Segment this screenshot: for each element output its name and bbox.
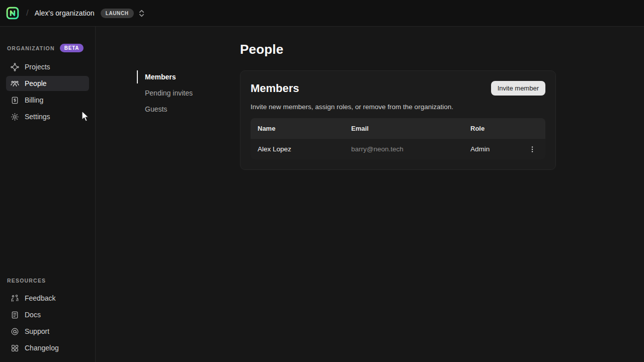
sidebar-item-label: Projects <box>25 63 50 71</box>
sidebar-item-docs[interactable]: Docs <box>6 307 89 322</box>
members-card-description: Invite new members, assign roles, or rem… <box>251 103 545 111</box>
members-card: Members Invite member Invite new members… <box>240 70 556 170</box>
org-switcher-button[interactable] <box>137 8 146 19</box>
members-card-title: Members <box>251 82 299 95</box>
people-subnav: Members Pending invites Guests <box>137 70 240 170</box>
main-content: People Members Pending invites Guests Me… <box>96 27 644 362</box>
chevron-up-down-icon <box>138 9 145 18</box>
kebab-menu-icon <box>529 146 536 153</box>
org-section-label: ORGANIZATION <box>7 45 55 51</box>
neon-logo[interactable] <box>6 7 19 20</box>
sidebar-item-settings[interactable]: Settings <box>6 109 89 124</box>
sidebar-item-projects[interactable]: Projects <box>6 59 89 74</box>
sidebar-item-label: Changelog <box>25 344 59 352</box>
column-header-role: Role <box>463 125 525 132</box>
feedback-icon <box>10 294 20 303</box>
sidebar-item-feedback[interactable]: Feedback <box>6 291 89 306</box>
neon-logo-icon <box>6 7 19 20</box>
projects-icon <box>10 62 20 72</box>
sidebar-item-people[interactable]: People <box>6 76 89 91</box>
member-email: barry@neon.tech <box>344 145 463 153</box>
tab-pending-invites[interactable]: Pending invites <box>137 86 240 100</box>
sidebar: ORGANIZATION BETA Projects <box>0 27 96 362</box>
org-name[interactable]: Alex's organization <box>35 9 95 17</box>
member-role: Admin <box>463 145 525 153</box>
topbar: / Alex's organization LAUNCH <box>0 0 644 27</box>
column-header-email: Email <box>344 125 463 132</box>
sidebar-item-label: Docs <box>25 311 41 319</box>
invite-member-button[interactable]: Invite member <box>491 81 545 96</box>
people-icon <box>10 79 20 88</box>
table-row: Alex Lopez barry@neon.tech Admin <box>251 138 545 159</box>
sidebar-spacer <box>6 126 89 278</box>
tab-members[interactable]: Members <box>137 70 240 83</box>
breadcrumb-separator: / <box>26 8 29 18</box>
org-section-header: ORGANIZATION BETA <box>6 44 89 59</box>
sidebar-item-label: Billing <box>25 96 43 104</box>
sidebar-item-label: Settings <box>25 113 50 121</box>
settings-icon <box>10 112 20 122</box>
members-table: Name Email Role Alex Lopez barry@neon.te… <box>251 118 545 159</box>
sidebar-item-label: Feedback <box>25 294 55 302</box>
beta-badge: BETA <box>60 44 84 52</box>
sidebar-item-changelog[interactable]: Changelog <box>6 340 89 355</box>
row-actions-button[interactable] <box>525 142 539 156</box>
sidebar-item-label: People <box>25 79 47 87</box>
billing-icon <box>10 96 20 105</box>
resources-section-header: RESOURCES <box>6 278 89 291</box>
column-header-name: Name <box>251 125 344 132</box>
changelog-icon <box>10 343 20 353</box>
sidebar-item-billing[interactable]: Billing <box>6 93 89 108</box>
page-title: People <box>240 42 644 57</box>
tab-guests[interactable]: Guests <box>137 103 240 116</box>
resources-section-label: RESOURCES <box>7 278 46 284</box>
support-icon <box>10 327 20 336</box>
member-name: Alex Lopez <box>251 145 344 153</box>
resources-section: RESOURCES Feedback <box>6 278 89 359</box>
sidebar-item-label: Support <box>25 327 49 335</box>
table-header-row: Name Email Role <box>251 118 545 138</box>
docs-icon <box>10 310 20 320</box>
plan-badge: LAUNCH <box>101 9 134 18</box>
sidebar-item-support[interactable]: Support <box>6 324 89 339</box>
